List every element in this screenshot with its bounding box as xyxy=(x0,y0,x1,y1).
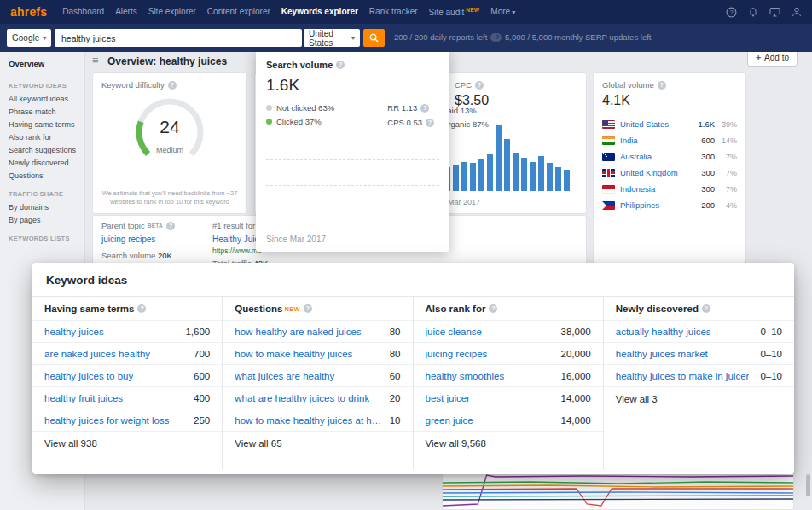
country-row-united-states: United States1.6K39% xyxy=(602,116,737,132)
sidebar-item-phrase-match[interactable]: Phrase match xyxy=(0,105,84,118)
keyword-link[interactable]: how to make healthy juices at home xyxy=(235,415,382,426)
sidebar-item-by-domains[interactable]: By domains xyxy=(0,200,84,213)
keyword-row: green juice14,000 xyxy=(414,409,603,431)
sidebar-item-questions[interactable]: Questions xyxy=(0,169,84,182)
country-link[interactable]: United States xyxy=(620,119,684,129)
keyword-link[interactable]: what are healthy juices to drink xyxy=(235,393,369,403)
nav-item-site-audit[interactable]: Site auditNEW xyxy=(429,7,480,17)
menu-icon[interactable]: ≡ xyxy=(92,54,99,67)
keyword-link[interactable]: how healthy are naked juices xyxy=(235,327,361,337)
keyword-link[interactable]: actually healthy juices xyxy=(616,327,711,337)
keyword-link[interactable]: best juicer xyxy=(426,393,470,403)
view-all-link-having-same-terms[interactable]: View all 938 xyxy=(32,431,222,455)
nav-item-keywords-explorer[interactable]: Keywords explorer xyxy=(281,7,358,16)
position-line xyxy=(443,496,794,496)
nav-item-alerts[interactable]: Alerts xyxy=(115,7,137,16)
keyword-volume: 20,000 xyxy=(561,349,591,359)
nav-item-content-explorer[interactable]: Content explorer xyxy=(207,7,270,16)
keyword-volume: 14,000 xyxy=(561,393,591,403)
global-volume-card: Global volume? 4.1K United States1.6K39%… xyxy=(593,72,746,267)
keyword-ideas-title: Keyword ideas xyxy=(32,263,794,296)
sidebar-item-all-keyword-ideas[interactable]: All keyword ideas xyxy=(0,92,84,105)
caret-down-icon: ▾ xyxy=(43,34,46,42)
info-icon[interactable]: ? xyxy=(702,304,710,313)
sidebar-item-also-rank-for[interactable]: Also rank for xyxy=(0,130,84,143)
user-icon[interactable] xyxy=(792,7,802,17)
info-icon[interactable]: ? xyxy=(475,81,484,90)
legend-dot xyxy=(266,105,272,111)
vertical-scrollbar[interactable] xyxy=(806,474,810,496)
info-icon[interactable]: ? xyxy=(426,119,434,127)
svg-text:?: ? xyxy=(729,9,733,16)
keyword-search-input[interactable] xyxy=(55,29,302,47)
keyword-row: actually healthy juices0–10 xyxy=(604,320,794,342)
sidebar-item-by-pages[interactable]: By pages xyxy=(0,213,84,226)
info-icon[interactable]: ? xyxy=(304,304,312,313)
keyword-difficulty-card: Keyword difficulty? 24 Medium We estimat… xyxy=(92,72,247,214)
sidebar-item-overview[interactable]: Overview xyxy=(0,52,84,73)
country-link[interactable]: India xyxy=(620,136,684,145)
ahrefs-logo[interactable]: ahrefs xyxy=(10,5,47,19)
parent-topic-link[interactable]: juicing recipes xyxy=(102,235,175,244)
info-icon[interactable]: ? xyxy=(168,81,177,90)
keyword-link[interactable]: what juices are healthy xyxy=(235,371,334,381)
keyword-row: how healthy are naked juices80 xyxy=(223,320,412,342)
keyword-link[interactable]: juicing recipes xyxy=(426,349,488,359)
nav-item-rank-tracker[interactable]: Rank tracker xyxy=(369,7,418,16)
keyword-link[interactable]: healthy fruit juices xyxy=(44,393,123,403)
new-badge: NEW xyxy=(466,7,479,13)
keyword-link[interactable]: how to make healthy juices xyxy=(235,349,352,359)
plus-icon: + xyxy=(756,53,761,62)
keyword-link[interactable]: are naked juices healthy xyxy=(44,349,150,359)
keyword-link[interactable]: green juice xyxy=(426,415,473,426)
keyword-link[interactable]: healthy juices for weight loss xyxy=(44,415,169,426)
monitor-icon[interactable] xyxy=(769,7,780,17)
keyword-link[interactable]: healthy juices market xyxy=(616,349,708,359)
ideas-column-newly-discovered: Newly discovered?actually healthy juices… xyxy=(604,297,794,469)
keyword-link[interactable]: healthy juices to make in juicer xyxy=(616,371,750,381)
view-all-link-questions[interactable]: View all 65 xyxy=(223,431,412,455)
search-engine-value: Google xyxy=(12,33,39,43)
info-icon[interactable]: ? xyxy=(336,61,345,69)
search-volume-popup: Search volume? 1.6K Not clicked 63%Click… xyxy=(256,49,450,252)
search-button[interactable] xyxy=(363,29,385,47)
keyword-row: how to make healthy juices at home10 xyxy=(223,409,412,431)
info-icon[interactable]: ? xyxy=(493,33,502,42)
country-link[interactable]: Philippines xyxy=(620,200,684,210)
bell-icon[interactable] xyxy=(748,7,758,18)
keyword-link[interactable]: juice cleanse xyxy=(426,327,482,337)
help-icon[interactable]: ? xyxy=(726,7,737,18)
country-link[interactable]: Indonesia xyxy=(620,184,684,194)
keyword-link[interactable]: healthy juices xyxy=(44,327,104,337)
sidebar-item-having-same-terms[interactable]: Having same terms xyxy=(0,118,84,130)
sidebar-item-newly-discovered[interactable]: Newly discovered xyxy=(0,156,84,169)
view-all-link-also-rank-for[interactable]: View all 9,568 xyxy=(414,431,603,455)
sidebar-item-search-suggestions[interactable]: Search suggestions xyxy=(0,143,84,156)
daily-reports-counter: 200 / 200 daily reports left? xyxy=(394,32,499,42)
view-all-link-newly-discovered[interactable]: View all 3 xyxy=(604,386,794,411)
country-volume: 200 xyxy=(684,200,715,210)
info-icon[interactable]: ? xyxy=(658,81,666,90)
country-select[interactable]: United States ▾ xyxy=(304,29,360,47)
country-share: 7% xyxy=(715,185,737,194)
volume-bar xyxy=(513,153,519,191)
navbar-icons: ? xyxy=(726,7,802,18)
volume-bar xyxy=(555,167,561,191)
info-icon[interactable]: ? xyxy=(489,304,497,313)
country-link[interactable]: United Kingdom xyxy=(620,168,684,177)
info-icon[interactable]: ? xyxy=(137,304,146,313)
info-icon[interactable]: ? xyxy=(166,222,175,230)
keyword-row: healthy juices to make in juicer0–10 xyxy=(604,364,794,386)
search-engine-select[interactable]: Google ▾ xyxy=(7,29,51,47)
volume-bar xyxy=(504,139,510,192)
keyword-link[interactable]: healthy juices to buy xyxy=(44,371,133,381)
nav-item-dashboard[interactable]: Dashboard xyxy=(62,7,104,16)
keyword-volume: 600 xyxy=(194,371,210,381)
nav-item-more[interactable]: More ▾ xyxy=(490,7,515,16)
nav-item-site-explorer[interactable]: Site explorer xyxy=(148,7,196,16)
keyword-volume: 0–10 xyxy=(760,349,782,359)
country-link[interactable]: Australia xyxy=(620,152,684,161)
metric-cps-0-53: CPS 0.53? xyxy=(387,118,434,127)
info-icon[interactable]: ? xyxy=(420,104,429,113)
keyword-link[interactable]: healthy smoothies xyxy=(426,371,505,381)
